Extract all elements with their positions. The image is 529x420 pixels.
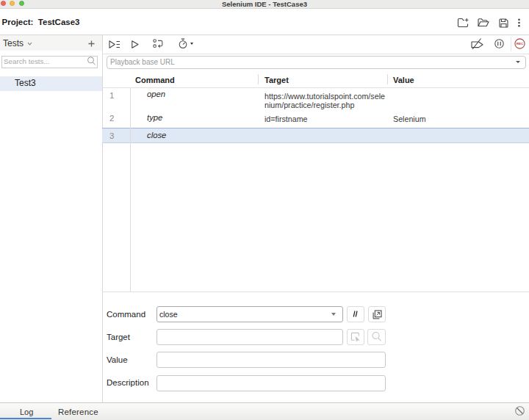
svg-text:REC: REC bbox=[517, 42, 524, 46]
